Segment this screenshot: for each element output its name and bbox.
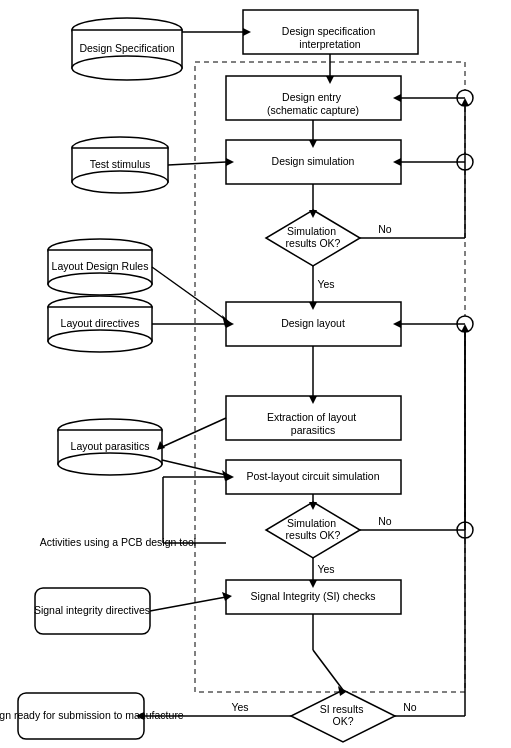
svg-line-64 bbox=[150, 597, 226, 611]
flowchart-diagram: Design Specification Test stimulus Layou… bbox=[0, 0, 511, 748]
test-stimulus-label: Test stimulus bbox=[90, 158, 151, 170]
yes-label-1: Yes bbox=[317, 278, 334, 290]
design-simulation-label: Design simulation bbox=[272, 155, 355, 167]
no-label-2: No bbox=[378, 515, 392, 527]
svg-line-38 bbox=[168, 162, 226, 165]
si-directives-label: Signal integrity directives bbox=[34, 604, 150, 616]
svg-line-67 bbox=[313, 650, 343, 690]
design-layout-label: Design layout bbox=[281, 317, 345, 329]
svg-point-12 bbox=[48, 330, 152, 352]
yes-label-3: Yes bbox=[231, 701, 248, 713]
pcb-tool-label: Activities using a PCB design tool bbox=[40, 536, 196, 548]
layout-design-rules-label: Layout Design Rules bbox=[52, 260, 149, 272]
post-layout-label: Post-layout circuit simulation bbox=[246, 470, 379, 482]
no-label-3: No bbox=[403, 701, 417, 713]
layout-parasitics-label: Layout parasitics bbox=[71, 440, 150, 452]
svg-point-3 bbox=[72, 56, 182, 80]
sim-ok-2-label: Simulation results OK? bbox=[286, 517, 341, 541]
si-checks-label: Signal Integrity (SI) checks bbox=[251, 590, 376, 602]
svg-point-6 bbox=[72, 171, 168, 193]
design-ready-label: Design ready for submission to manufactu… bbox=[0, 709, 184, 721]
svg-line-53 bbox=[162, 418, 226, 447]
svg-line-47 bbox=[152, 267, 226, 320]
svg-point-9 bbox=[48, 273, 152, 295]
svg-line-55 bbox=[162, 460, 226, 475]
sim-ok-1-label: Simulation results OK? bbox=[286, 225, 341, 249]
svg-point-15 bbox=[58, 453, 162, 475]
design-spec-label: Design Specification bbox=[79, 42, 174, 54]
yes-label-2: Yes bbox=[317, 563, 334, 575]
no-label-1: No bbox=[378, 223, 392, 235]
layout-directives-label: Layout directives bbox=[61, 317, 140, 329]
